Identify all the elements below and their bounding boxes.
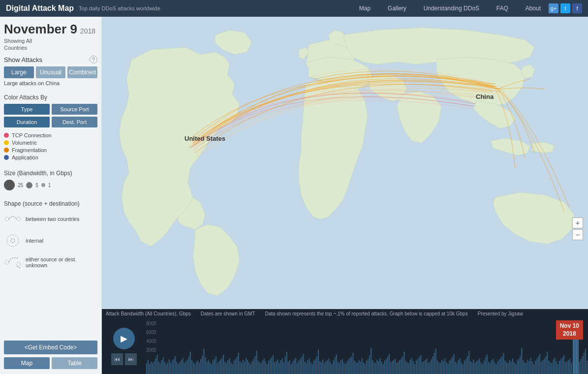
svg-rect-286 xyxy=(557,364,558,374)
zoom-in-button[interactable]: + xyxy=(572,218,583,228)
svg-rect-89 xyxy=(267,364,268,374)
unusual-attack-button[interactable]: Unusual xyxy=(36,66,66,78)
svg-rect-26 xyxy=(172,361,173,374)
svg-rect-73 xyxy=(243,360,244,374)
svg-rect-153 xyxy=(363,362,364,374)
zoom-out-button[interactable]: − xyxy=(572,229,583,240)
color-duration-button[interactable]: Duration xyxy=(4,117,50,127)
svg-rect-114 xyxy=(304,362,305,374)
facebook-icon[interactable]: f xyxy=(572,3,582,13)
svg-rect-161 xyxy=(375,363,376,374)
svg-rect-46 xyxy=(202,356,203,374)
svg-rect-185 xyxy=(411,358,412,374)
play-button[interactable]: ▶ xyxy=(113,328,135,349)
svg-rect-108 xyxy=(295,358,296,374)
svg-rect-269 xyxy=(538,357,539,374)
table-view-button[interactable]: Table xyxy=(52,357,97,369)
svg-rect-177 xyxy=(399,360,400,374)
svg-rect-220 xyxy=(464,361,465,374)
svg-rect-238 xyxy=(491,360,492,374)
svg-rect-247 xyxy=(505,361,506,374)
svg-rect-275 xyxy=(541,362,542,374)
map-view-button[interactable]: Map xyxy=(4,357,50,369)
svg-rect-298 xyxy=(582,356,583,374)
svg-rect-25 xyxy=(170,363,171,374)
unknown-icon xyxy=(4,253,22,271)
svg-rect-99 xyxy=(282,358,283,374)
svg-rect-128 xyxy=(325,361,326,374)
svg-rect-203 xyxy=(438,362,439,374)
svg-rect-78 xyxy=(250,364,251,374)
nav-faq[interactable]: FAQ xyxy=(496,5,508,12)
nav-sep2: · xyxy=(414,6,416,11)
svg-rect-193 xyxy=(423,361,424,374)
svg-rect-168 xyxy=(386,359,387,374)
color-section-label: Color Attacks By xyxy=(4,94,97,101)
svg-rect-230 xyxy=(479,358,480,374)
help-icon[interactable]: ? xyxy=(90,56,97,63)
svg-rect-85 xyxy=(261,363,262,374)
svg-rect-86 xyxy=(262,360,263,374)
nav-understanding[interactable]: Understanding DDoS xyxy=(424,5,479,12)
svg-rect-257 xyxy=(520,356,521,374)
svg-rect-232 xyxy=(482,364,483,374)
main-layout: November 9 2018 Showing All Countries Sh… xyxy=(0,17,588,374)
color-source-port-button[interactable]: Source Port xyxy=(52,104,97,115)
svg-rect-70 xyxy=(238,353,239,374)
combined-attack-button[interactable]: Combined xyxy=(67,66,97,78)
svg-rect-167 xyxy=(384,361,385,374)
svg-rect-77 xyxy=(248,362,249,374)
svg-rect-224 xyxy=(470,361,471,374)
svg-rect-211 xyxy=(450,359,451,374)
svg-rect-231 xyxy=(481,362,482,374)
svg-rect-164 xyxy=(380,358,381,374)
size-label: Size (Bandwidth, in Gbps) xyxy=(4,170,97,177)
shape-unknown: either source or dest. unknown xyxy=(4,253,97,271)
svg-rect-103 xyxy=(288,362,289,374)
skip-back-button[interactable]: ⏮ xyxy=(111,353,123,365)
svg-rect-17 xyxy=(158,362,159,374)
svg-rect-125 xyxy=(321,362,322,374)
twitter-icon[interactable]: t xyxy=(560,3,570,13)
svg-rect-262 xyxy=(527,360,528,374)
svg-rect-37 xyxy=(188,357,189,374)
svg-rect-227 xyxy=(474,363,475,374)
timeline-chart[interactable]: 8000 6000 4000 2000 Nov 10 2018 xyxy=(146,318,588,374)
svg-rect-39 xyxy=(191,360,192,374)
svg-rect-40 xyxy=(193,362,194,374)
nav-gallery[interactable]: Gallery xyxy=(388,5,406,12)
embed-code-button[interactable]: <Get Embed Code> xyxy=(4,341,97,354)
svg-rect-170 xyxy=(389,354,390,374)
color-dest-port-button[interactable]: Dest. Port xyxy=(52,117,97,127)
svg-rect-276 xyxy=(542,360,543,374)
svg-rect-102 xyxy=(286,352,287,374)
nav-map[interactable]: Map xyxy=(359,5,371,12)
selected-date-badge: Nov 10 2018 xyxy=(556,320,583,340)
svg-rect-116 xyxy=(308,360,309,374)
svg-rect-260 xyxy=(524,362,525,374)
google-plus-icon[interactable]: g+ xyxy=(549,3,558,13)
svg-text:8000: 8000 xyxy=(146,320,156,326)
size-circle-small xyxy=(41,183,45,187)
svg-rect-192 xyxy=(422,362,423,374)
svg-rect-115 xyxy=(306,363,307,374)
volumetric-dot xyxy=(4,140,9,145)
nav-about[interactable]: About xyxy=(526,5,541,12)
svg-rect-69 xyxy=(237,357,238,374)
large-attack-button[interactable]: Large xyxy=(4,66,34,78)
svg-rect-11 xyxy=(149,364,150,374)
svg-rect-50 xyxy=(208,360,209,374)
svg-rect-38 xyxy=(190,352,191,374)
svg-rect-172 xyxy=(392,361,393,374)
svg-rect-270 xyxy=(539,354,540,374)
world-map[interactable]: United States China + − xyxy=(102,17,588,309)
svg-rect-57 xyxy=(218,361,219,374)
svg-rect-191 xyxy=(420,355,421,374)
application-dot xyxy=(4,155,9,160)
svg-rect-145 xyxy=(351,356,352,374)
svg-rect-282 xyxy=(552,363,553,374)
color-type-button[interactable]: Type xyxy=(4,104,50,115)
skip-forward-button[interactable]: ⏭ xyxy=(125,353,137,365)
svg-rect-254 xyxy=(515,364,516,374)
svg-rect-36 xyxy=(187,360,188,374)
